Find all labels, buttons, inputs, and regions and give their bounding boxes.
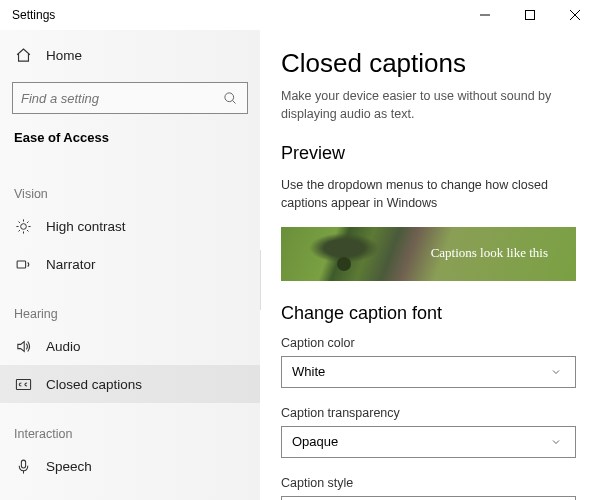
caption-transparency-label: Caption transparency <box>281 406 577 420</box>
sidebar-item-label: Narrator <box>46 257 96 272</box>
svg-rect-15 <box>17 260 26 267</box>
select-value: Opaque <box>292 434 338 449</box>
sidebar-item-home[interactable]: Home <box>0 36 260 74</box>
sidebar-item-label: Audio <box>46 339 81 354</box>
svg-point-6 <box>20 223 26 229</box>
close-button[interactable] <box>552 0 597 30</box>
sidebar-item-closed-captions[interactable]: Closed captions <box>0 365 260 403</box>
home-icon <box>14 46 32 64</box>
caption-style-label: Caption style <box>281 476 577 490</box>
sidebar-section-title: Ease of Access <box>0 124 260 163</box>
chevron-down-icon <box>547 433 565 451</box>
change-font-heading: Change caption font <box>281 303 577 324</box>
svg-line-13 <box>18 230 19 231</box>
sidebar-item-label: Home <box>46 48 82 63</box>
speech-icon <box>14 457 32 475</box>
caption-color-label: Caption color <box>281 336 577 350</box>
group-interaction: Interaction <box>0 403 260 447</box>
svg-line-12 <box>27 230 28 231</box>
svg-line-14 <box>27 221 28 222</box>
chevron-down-icon <box>547 363 565 381</box>
sidebar-item-high-contrast[interactable]: High contrast <box>0 207 260 245</box>
caption-style-select[interactable]: Proportional serif <box>281 496 576 501</box>
maximize-button[interactable] <box>507 0 552 30</box>
page-description: Make your device easier to use without s… <box>281 87 577 123</box>
group-vision: Vision <box>0 163 260 207</box>
window-title: Settings <box>12 8 55 22</box>
content-area: Closed captions Make your device easier … <box>261 30 597 500</box>
preview-instructions: Use the dropdown menus to change how clo… <box>281 176 577 212</box>
svg-line-5 <box>232 100 235 103</box>
audio-icon <box>14 337 32 355</box>
window-controls <box>462 0 597 30</box>
page-title: Closed captions <box>281 48 577 79</box>
sidebar-item-label: Closed captions <box>46 377 142 392</box>
sidebar-item-label: Speech <box>46 459 92 474</box>
svg-rect-1 <box>525 11 534 20</box>
caption-sample-text: Captions look like this <box>431 245 548 261</box>
caption-transparency-select[interactable]: Opaque <box>281 426 576 458</box>
sidebar-item-speech[interactable]: Speech <box>0 447 260 485</box>
search-field[interactable] <box>21 91 221 106</box>
caption-color-select[interactable]: White <box>281 356 576 388</box>
caption-preview: Captions look like this <box>281 227 576 281</box>
search-icon <box>221 89 239 107</box>
minimize-button[interactable] <box>462 0 507 30</box>
titlebar: Settings <box>0 0 597 30</box>
svg-point-4 <box>224 92 233 101</box>
closed-captions-icon <box>14 375 32 393</box>
select-value: White <box>292 364 325 379</box>
svg-rect-16 <box>16 379 30 389</box>
sidebar-item-narrator[interactable]: Narrator <box>0 245 260 283</box>
sidebar-item-label: High contrast <box>46 219 126 234</box>
group-hearing: Hearing <box>0 283 260 327</box>
sidebar: Home Ease of Access Vision High contrast <box>0 30 260 500</box>
search-input[interactable] <box>12 82 248 114</box>
preview-heading: Preview <box>281 143 577 164</box>
svg-line-11 <box>18 221 19 222</box>
sidebar-item-audio[interactable]: Audio <box>0 327 260 365</box>
narrator-icon <box>14 255 32 273</box>
svg-rect-17 <box>21 460 25 468</box>
contrast-icon <box>14 217 32 235</box>
